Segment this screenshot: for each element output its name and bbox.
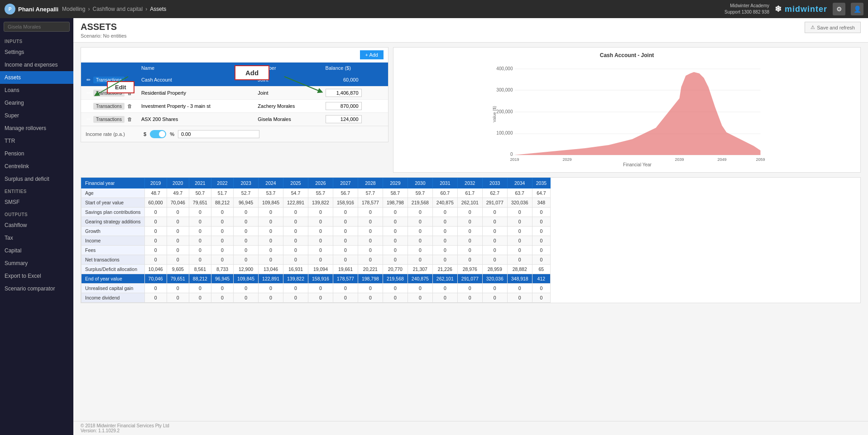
data-cell-10-15: 0 bbox=[507, 284, 532, 293]
data-cell-1-7: 139,822 bbox=[308, 198, 333, 208]
asset-row-2[interactable]: ✏ Transactions 🗑 Residential Property Jo… bbox=[81, 87, 388, 100]
sidebar-item-scenario-comparator[interactable]: Scenario comparator bbox=[0, 282, 73, 295]
data-cell-2-2: 0 bbox=[189, 208, 211, 217]
data-row-label-2: Savings plan contributions bbox=[82, 208, 145, 217]
sidebar-item-pension[interactable]: Pension bbox=[0, 147, 73, 160]
breadcrumb-assets[interactable]: Assets bbox=[150, 6, 166, 12]
balance-input-1[interactable] bbox=[326, 76, 362, 84]
balance-input-3[interactable] bbox=[326, 102, 362, 110]
asset-row-3[interactable]: ✏ Transactions 🗑 Investment Property - 3… bbox=[81, 100, 388, 113]
svg-text:2039: 2039 bbox=[675, 157, 684, 162]
data-cell-11-7: 0 bbox=[308, 293, 333, 303]
add-asset-button[interactable]: + Add bbox=[360, 50, 384, 59]
data-cell-9-9: 198,798 bbox=[358, 274, 383, 284]
data-cell-5-12: 0 bbox=[432, 236, 457, 246]
transactions-btn-2[interactable]: Transactions bbox=[93, 90, 125, 97]
data-cell-2-11: 0 bbox=[408, 208, 432, 217]
data-cell-0-2: 50.7 bbox=[189, 188, 211, 198]
breadcrumb-modelling[interactable]: Modelling bbox=[62, 6, 85, 12]
sidebar-item-centrelink[interactable]: Centrelink bbox=[0, 160, 73, 173]
data-col-header-2028: 2028 bbox=[358, 178, 383, 188]
svg-text:Financial Year: Financial Year bbox=[623, 162, 652, 166]
data-cell-2-0: 0 bbox=[144, 208, 167, 217]
transactions-btn-4[interactable]: Transactions bbox=[93, 116, 125, 123]
sidebar-item-capital[interactable]: Capital bbox=[0, 244, 73, 257]
asset-row-1[interactable]: ✏ Transactions Cash Account Joint bbox=[81, 73, 388, 87]
data-cell-11-4: 0 bbox=[234, 293, 259, 303]
transactions-btn-1[interactable]: Transactions bbox=[93, 77, 125, 83]
top-nav: P Phani Anepalli Modelling › Cashflow an… bbox=[0, 0, 868, 18]
asset-member-3: Zachery Morales bbox=[254, 100, 321, 113]
sidebar-item-manage-rollovers[interactable]: Manage rollovers bbox=[0, 122, 73, 135]
sidebar-item-export-excel[interactable]: Export to Excel bbox=[0, 270, 73, 282]
inputs-section-title: INPUTS bbox=[0, 35, 73, 46]
balance-input-4[interactable] bbox=[326, 115, 362, 123]
data-cell-3-5: 0 bbox=[259, 217, 283, 227]
asset-row-4[interactable]: ✏ Transactions 🗑 ASX 200 Shares Gisela M… bbox=[81, 113, 388, 126]
data-cell-11-15: 0 bbox=[507, 293, 532, 303]
toggle-switch[interactable] bbox=[150, 130, 166, 138]
data-cell-5-15: 0 bbox=[507, 236, 532, 246]
data-col-header-2032: 2032 bbox=[457, 178, 482, 188]
sidebar-item-summary[interactable]: Summary bbox=[0, 257, 73, 270]
asset-balance-2 bbox=[322, 87, 388, 100]
settings-icon-btn[interactable]: ⚙ bbox=[833, 3, 845, 15]
income-rate-input[interactable] bbox=[178, 130, 259, 138]
user-icon-btn[interactable]: 👤 bbox=[851, 3, 863, 15]
data-cell-6-6: 0 bbox=[283, 246, 308, 255]
data-cell-8-8: 19,661 bbox=[333, 265, 358, 274]
save-refresh-button[interactable]: ⚠ Save and refresh bbox=[805, 22, 861, 33]
data-cell-6-12: 0 bbox=[432, 246, 457, 255]
sidebar-item-surplus-deficit[interactable]: Surplus and deficit bbox=[0, 173, 73, 185]
delete-asset-btn-1[interactable]: 🗑 bbox=[125, 89, 134, 97]
breadcrumb-cashflow[interactable]: Cashflow and capital bbox=[92, 6, 143, 12]
data-cell-9-5: 122,891 bbox=[259, 274, 283, 284]
data-cell-2-9: 0 bbox=[358, 208, 383, 217]
asset-name-1: Cash Account bbox=[138, 73, 254, 87]
edit-asset-btn-4[interactable]: ✏ bbox=[85, 116, 92, 123]
sidebar-item-settings[interactable]: Settings bbox=[0, 46, 73, 58]
asset-balance-3 bbox=[322, 100, 388, 113]
page-subtitle: Scenario: No entities bbox=[81, 33, 127, 39]
sidebar-item-smsf[interactable]: SMSF bbox=[0, 196, 73, 208]
data-cell-4-11: 0 bbox=[408, 227, 432, 236]
data-cell-5-16: 0 bbox=[532, 236, 550, 246]
search-input[interactable] bbox=[4, 22, 70, 32]
data-cell-8-2: 8,561 bbox=[189, 265, 211, 274]
data-cell-10-0: 0 bbox=[144, 284, 167, 293]
data-row-label-8: Surplus/Deficit allocation bbox=[82, 265, 145, 274]
sidebar-item-income-expenses[interactable]: Income and expenses bbox=[0, 58, 73, 71]
edit-asset-btn-3[interactable]: ✏ bbox=[85, 102, 92, 110]
data-cell-10-6: 0 bbox=[283, 284, 308, 293]
data-row-9: End of year value70,04679,65188,21296,94… bbox=[82, 274, 551, 284]
edit-asset-btn-2[interactable]: ✏ bbox=[85, 89, 92, 97]
transactions-btn-3[interactable]: Transactions bbox=[93, 103, 125, 110]
col-balance: Balance ($) bbox=[322, 63, 388, 73]
breadcrumb: Modelling › Cashflow and capital › Asset… bbox=[62, 6, 166, 12]
data-cell-4-3: 0 bbox=[211, 227, 233, 236]
delete-asset-btn-2[interactable]: 🗑 bbox=[125, 102, 134, 110]
breadcrumb-sep1: › bbox=[88, 6, 90, 12]
sidebar-item-loans[interactable]: Loans bbox=[0, 84, 73, 97]
data-cell-0-13: 61.7 bbox=[457, 188, 482, 198]
delete-asset-btn-3[interactable]: 🗑 bbox=[125, 116, 134, 123]
sidebar-item-super[interactable]: Super bbox=[0, 109, 73, 122]
data-row-label-0: Age bbox=[82, 188, 145, 198]
balance-input-2[interactable] bbox=[326, 89, 362, 97]
data-cell-7-2: 0 bbox=[189, 255, 211, 265]
sidebar-item-ttr[interactable]: TTR bbox=[0, 135, 73, 147]
data-cell-6-1: 0 bbox=[167, 246, 189, 255]
sidebar-item-cashflow[interactable]: Cashflow bbox=[0, 219, 73, 232]
data-row-11: Income dividend00000000000000000 bbox=[82, 293, 551, 303]
data-cell-1-8: 158,916 bbox=[333, 198, 358, 208]
data-row-6: Fees00000000000000000 bbox=[82, 246, 551, 255]
sidebar-item-tax[interactable]: Tax bbox=[0, 232, 73, 244]
sidebar-item-gearing[interactable]: Gearing bbox=[0, 97, 73, 109]
data-col-header-2035: 2035 bbox=[532, 178, 550, 188]
edit-asset-btn-1[interactable]: ✏ bbox=[85, 76, 92, 84]
data-cell-9-10: 219,568 bbox=[383, 274, 408, 284]
data-cell-4-13: 0 bbox=[457, 227, 482, 236]
data-cell-1-9: 178,577 bbox=[358, 198, 383, 208]
sidebar-item-assets[interactable]: Assets bbox=[0, 71, 73, 84]
data-cell-11-9: 0 bbox=[358, 293, 383, 303]
